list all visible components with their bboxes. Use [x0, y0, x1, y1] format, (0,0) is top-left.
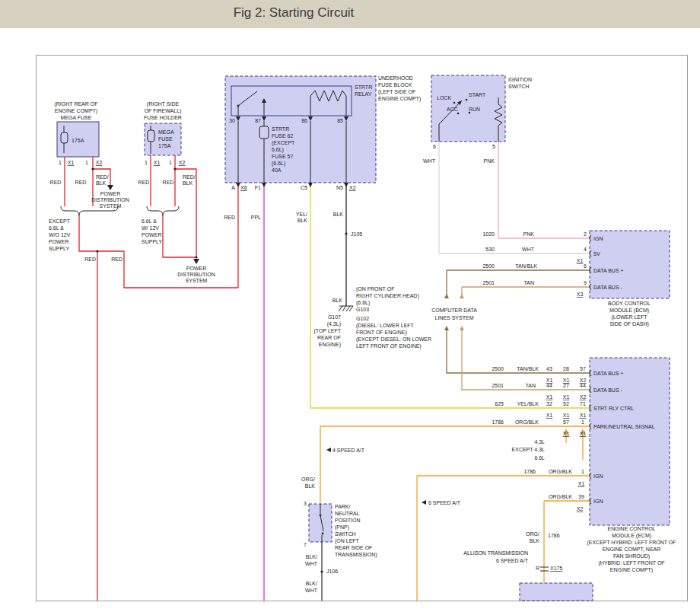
- system-ref-label: DISTRIBUTION: [177, 272, 215, 277]
- connector-ref-label: X1: [580, 431, 587, 436]
- component-location-label: FUSE BLOCK: [378, 82, 412, 88]
- fuse-name-label: STRTR: [272, 126, 289, 132]
- config-note: 6.6L &: [49, 225, 64, 231]
- pin-label: 1: [581, 469, 584, 474]
- wire-color-label: BLK: [183, 180, 193, 186]
- module-pin-name: IGN: [593, 499, 603, 504]
- module-pin-name: IGN: [593, 473, 603, 479]
- wire-color-label: BLK/: [306, 581, 317, 586]
- module-pin-name: IGN: [593, 236, 603, 241]
- wire-color-label: RED: [163, 180, 174, 185]
- component-location-label: (ON LEFT: [335, 538, 360, 544]
- wire-color-label: ORG/: [526, 531, 539, 537]
- ground-symbol: [339, 306, 353, 311]
- connector-ref-label: X2: [96, 160, 103, 165]
- junction-label: J105: [351, 231, 362, 237]
- wire-color-label: BLK: [305, 483, 316, 489]
- config-note: POWER: [142, 232, 161, 237]
- wire-red-right-bus: [163, 215, 196, 257]
- pin-label: 30: [229, 118, 235, 123]
- component-location-label: REAR SIDE OF: [335, 545, 372, 550]
- fuse-rating-label: 175A: [158, 143, 171, 148]
- pin-label: 2: [584, 231, 587, 237]
- pin-label: 27: [563, 383, 569, 388]
- connector-ref-label: X1: [563, 378, 570, 383]
- connector-ref-label: X3: [577, 292, 584, 297]
- ground-location-label: (6.6L): [356, 300, 370, 306]
- circuit-number-label: 1786: [492, 419, 504, 425]
- component-name-label: NEUTRAL: [335, 511, 360, 516]
- module-caption: ENGINE CONTROL: [607, 526, 655, 531]
- pin-label: 32: [546, 401, 552, 406]
- data-lines-ref: COMPUTER DATA LINES SYSTEM: [431, 308, 477, 320]
- ground-location-label: (TOP LEFT: [313, 328, 341, 334]
- wire-color-label: WHT: [305, 561, 318, 566]
- pin-label: 1: [581, 419, 584, 425]
- pin-label: 1: [85, 160, 88, 165]
- ground-location-label: (EXCEPT DIESEL: ON LOWER: [356, 336, 431, 343]
- system-ref-label: LINES SYSTEM: [435, 315, 474, 320]
- pin-label: 87: [255, 118, 261, 123]
- pin-label: 57: [580, 366, 586, 371]
- config-note: 6 SPEED A/T: [428, 500, 461, 505]
- config-note: W/ 12V: [142, 225, 159, 231]
- wiring-diagram-canvas: (RIGHT REAR OF ENGINE COMPT) MEGA FUSE 1…: [0, 0, 700, 612]
- wire-color-label: RED: [84, 257, 96, 262]
- pin-label: 57: [563, 419, 569, 425]
- switch-position-label: LOCK: [437, 95, 451, 100]
- wire-color-label: ORG/BLK: [515, 419, 539, 425]
- fuse-rating-label: 40A: [272, 167, 282, 173]
- system-ref-label: POWER: [100, 191, 120, 196]
- transmission-notes: 6 SPEED A/T ALLISON TRANSMISSION 6 SPEED…: [428, 500, 562, 571]
- component-name-label: (PNP): [335, 524, 349, 531]
- wire-color-label: PNK: [523, 231, 535, 237]
- wire-color-label: BLK: [530, 538, 540, 543]
- fuse-rating-label: 175A: [72, 138, 84, 143]
- connector-ref-label: X1: [154, 160, 161, 165]
- ground-id-label: G107: [328, 314, 341, 320]
- pin-label: 44: [580, 383, 586, 388]
- page: Fig 2: Starting Circuit: [0, 0, 700, 612]
- circuit-number-label: 1786: [548, 533, 560, 538]
- module-caption: SIDE OF DASH): [609, 321, 649, 327]
- ground-id-label: G102: [356, 316, 369, 321]
- circuit-number-label: 625: [495, 401, 504, 406]
- pin-label: 39: [578, 494, 584, 499]
- config-note: SUPPLY: [142, 239, 162, 244]
- module-pin-name: DATA BUS -: [593, 285, 623, 290]
- connector-ref-label: X1: [546, 394, 553, 400]
- supply-notes: EXCEPT 6.6L & W/O 12V POWER SUPPLY 6.6L …: [49, 218, 162, 262]
- component-location-label: UNDERHOOD: [378, 75, 413, 81]
- component-name-label: SWITCH: [508, 84, 530, 89]
- ground-location-label: ENGINE): [319, 342, 341, 348]
- config-note: 6.6L: [534, 455, 545, 461]
- wire-color-label: RED: [224, 215, 235, 220]
- pin-label: 43: [546, 366, 552, 371]
- connector-ref-label: X2: [580, 394, 587, 400]
- component-name-label: POSITION: [335, 518, 360, 523]
- wire-color-label: BLK: [333, 212, 344, 217]
- wire-tan-2501-ecm: [462, 330, 590, 390]
- connector-ref-label: X1: [577, 258, 584, 263]
- switch-position-label: ACC: [447, 107, 458, 112]
- pin-label: 1: [145, 160, 148, 165]
- wire-color-label: BLK: [96, 180, 107, 186]
- ground-location-label: LEFT FRONT OF ENGINE): [356, 343, 422, 349]
- connector-ref-label: X1: [68, 160, 75, 165]
- fuse-name-label: FUSE 62: [272, 133, 294, 139]
- wire-color-label: WHT: [423, 158, 436, 164]
- arrow-power-dist-1: [107, 185, 113, 190]
- config-note: 6 SPEED A/T: [496, 558, 529, 563]
- module-pin-name: DATA BUS -: [593, 387, 623, 393]
- pin-label: F1: [255, 185, 261, 190]
- system-ref-label: COMPUTER DATA: [431, 308, 477, 313]
- circuit-number-label: 2500: [492, 366, 504, 371]
- pin-label: 6: [584, 263, 587, 269]
- config-note: SUPPLY: [49, 246, 69, 251]
- component-location-label: (LEFT SIDE OF: [378, 89, 415, 95]
- wire-color-label: BLK: [332, 298, 343, 303]
- connector-ref-label: X2: [580, 378, 587, 383]
- connector-ref-label: X1: [578, 481, 585, 486]
- component-name-label: SWITCH: [335, 531, 356, 537]
- pin-label: 7: [304, 542, 307, 547]
